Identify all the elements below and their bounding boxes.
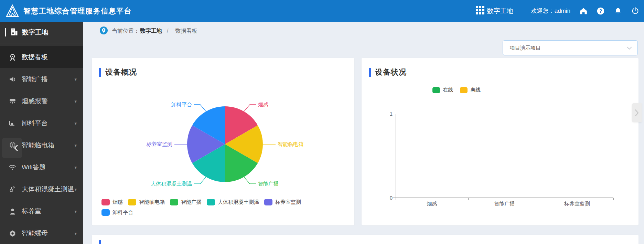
electric-box-icon bbox=[8, 141, 17, 149]
sidebar-item-broadcast[interactable]: 智能广播 ▾ bbox=[0, 68, 83, 90]
x-axis-notch bbox=[541, 198, 541, 200]
legend-swatch bbox=[264, 199, 272, 205]
pie-leader-platform bbox=[194, 105, 206, 112]
building-icon bbox=[10, 27, 19, 38]
legend-swatch bbox=[101, 199, 110, 205]
bar-chart-plot-area bbox=[396, 114, 613, 198]
title-accent-bar bbox=[99, 240, 101, 244]
username: admin bbox=[555, 8, 570, 14]
pie-label-broadcast: 智能广播 bbox=[258, 181, 279, 187]
sidebar-item-smoke-alarm[interactable]: 烟感报警 ▾ bbox=[0, 90, 83, 112]
device-overview-title: 设备概况 bbox=[105, 67, 137, 77]
y-axis-notch bbox=[393, 198, 396, 198]
sidebar-item-concrete-temp[interactable]: 大体积混凝土测温 ▾ bbox=[0, 178, 83, 200]
x-axis-label: 烟感 bbox=[396, 201, 468, 207]
legend-item[interactable]: 智能广播 bbox=[170, 199, 202, 205]
legend-item[interactable]: 烟感 bbox=[101, 199, 123, 205]
next-section-card bbox=[92, 235, 638, 244]
medal-icon bbox=[8, 53, 17, 61]
legend-item-online[interactable]: 在线 bbox=[432, 87, 453, 93]
x-axis-label: 标养室监测 bbox=[541, 201, 613, 207]
pie-leader-broadcast bbox=[244, 177, 256, 184]
app-switcher[interactable]: 数字工地 bbox=[476, 6, 513, 16]
legend-item[interactable]: 卸料平台 bbox=[101, 209, 133, 216]
x-axis-label: 智能广播 bbox=[468, 201, 541, 207]
chevron-down-icon bbox=[627, 46, 632, 50]
pie-leader-smoke bbox=[244, 105, 256, 112]
thermometer-icon bbox=[8, 185, 17, 193]
caret-down-icon: ▾ bbox=[74, 231, 77, 236]
sidebar-item-curing-room[interactable]: 标养室 ▾ bbox=[0, 200, 83, 222]
x-axis-labels: 烟感 智能广播 标养室监测 bbox=[396, 201, 613, 207]
sidebar-item-unloading-platform[interactable]: 卸料平台 ▾ bbox=[0, 112, 83, 134]
legend-swatch bbox=[207, 199, 215, 205]
app-switcher-label: 数字工地 bbox=[487, 7, 513, 15]
pie-label-curing: 标养室监测 bbox=[146, 141, 172, 147]
x-axis-notch bbox=[468, 198, 469, 200]
breadcrumb-separator: / bbox=[167, 28, 168, 34]
sidebar-item-power-box[interactable]: 智能临电箱 ▾ bbox=[0, 134, 83, 156]
caret-down-icon: ▾ bbox=[74, 121, 77, 126]
legend-item[interactable]: 智能临电箱 bbox=[128, 199, 165, 205]
sidebar-item-label: 智能临电箱 bbox=[22, 141, 74, 150]
sidebar-item-label: 智能螺母 bbox=[22, 229, 74, 238]
sidebar-brand: 数字工地 bbox=[0, 22, 83, 43]
chevron-right-icon bbox=[635, 109, 639, 117]
person-icon bbox=[8, 208, 17, 215]
sidebar-item-dashboard[interactable]: 数据看板 bbox=[0, 46, 83, 68]
sidebar-item-label: 烟感报警 bbox=[22, 97, 74, 106]
breadcrumb-current[interactable]: 数据看板 bbox=[175, 28, 197, 35]
smoke-detector-icon bbox=[8, 97, 17, 105]
project-select[interactable]: 项目演示项目 bbox=[503, 40, 638, 55]
caret-down-icon: ▾ bbox=[74, 165, 77, 170]
brand-accent-bar bbox=[5, 28, 6, 36]
sidebar-item-label: 标养室 bbox=[22, 207, 74, 216]
nut-icon bbox=[8, 230, 17, 237]
legend-swatch bbox=[460, 87, 468, 93]
y-axis-tick-max: 1 bbox=[384, 111, 393, 117]
legend-item-offline[interactable]: 离线 bbox=[460, 87, 481, 93]
device-status-card: 设备状况 在线 离线 1 0 烟感 智能广播 标养室监测 bbox=[362, 58, 638, 225]
pie-legend: 烟感 智能临电箱 智能广播 大体积混凝土测温 标养室监测 卸料平台 bbox=[101, 199, 301, 216]
sidebar-item-label: 大体积混凝土测温 bbox=[22, 185, 74, 194]
bar-legend: 在线 离线 bbox=[432, 87, 481, 93]
sidebar-item-wifi-quiz[interactable]: Wifi答题 ▾ bbox=[0, 156, 83, 178]
caret-down-icon: ▾ bbox=[74, 209, 77, 214]
sidebar-item-label: Wifi答题 bbox=[22, 163, 74, 172]
home-icon[interactable] bbox=[579, 7, 588, 15]
help-icon[interactable]: ? bbox=[597, 7, 605, 15]
sidebar-item-smart-nut[interactable]: 智能螺母 ▾ bbox=[0, 222, 83, 244]
sidebar-brand-label: 数字工地 bbox=[22, 28, 48, 37]
apps-grid-icon bbox=[476, 6, 484, 16]
platform-icon bbox=[8, 119, 17, 127]
y-axis-notch bbox=[393, 114, 396, 114]
card-title-row: 设备状况 bbox=[369, 67, 407, 77]
legend-swatch bbox=[101, 209, 110, 216]
sidebar-nav: 数据看板 智能广播 ▾ 烟感报警 ▾ 卸料平台 ▾ bbox=[0, 43, 83, 244]
platform-logo-icon bbox=[6, 4, 19, 18]
caret-down-icon: ▾ bbox=[74, 187, 77, 192]
caret-down-icon: ▾ bbox=[74, 77, 77, 82]
pie-label-smoke: 烟感 bbox=[258, 102, 268, 107]
pie-label-platform: 卸料平台 bbox=[171, 102, 192, 107]
page-title: 智慧工地综合管理服务信息平台 bbox=[23, 6, 132, 16]
pie-label-powerbox: 智能临电箱 bbox=[278, 141, 303, 147]
power-icon[interactable] bbox=[631, 7, 639, 15]
device-overview-card: 设备概况 烟感 智能临电箱 智能广播 大体积混凝土测温 标养室监测 卸料平台 bbox=[92, 58, 354, 225]
sidebar-item-label: 智能广播 bbox=[22, 75, 74, 84]
next-panel-toggle-button[interactable] bbox=[632, 103, 642, 122]
caret-down-icon: ▾ bbox=[74, 143, 77, 148]
sidebar: 数字工地 数据看板 智能广播 ▾ 烟感报警 ▾ bbox=[0, 22, 83, 244]
card-title-row bbox=[99, 240, 101, 244]
sidebar-item-label: 数据看板 bbox=[22, 53, 77, 62]
legend-swatch bbox=[128, 199, 136, 205]
breadcrumb-root[interactable]: 数字工地 bbox=[140, 28, 162, 35]
wifi-icon bbox=[8, 163, 17, 171]
legend-item[interactable]: 大体积混凝土测温 bbox=[207, 199, 259, 205]
legend-swatch bbox=[432, 87, 440, 93]
pie-leader-concrete bbox=[194, 177, 206, 184]
pie-label-concrete: 大体积混凝土测温 bbox=[151, 181, 192, 187]
project-select-value: 项目演示项目 bbox=[510, 45, 627, 51]
bell-icon[interactable] bbox=[614, 7, 622, 15]
legend-item[interactable]: 标养室监测 bbox=[264, 199, 301, 205]
